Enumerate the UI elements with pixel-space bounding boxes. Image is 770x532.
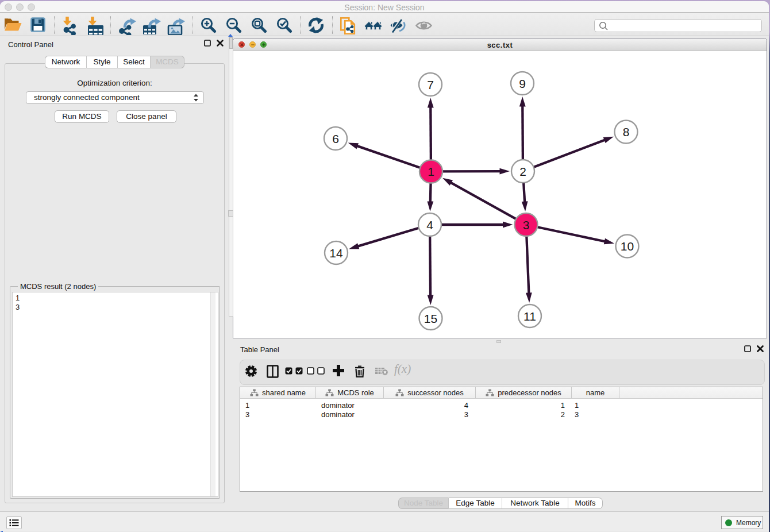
svg-text:15: 15 — [424, 312, 437, 325]
svg-text:9: 9 — [519, 77, 526, 90]
svg-text:14: 14 — [329, 246, 343, 260]
svg-text:8: 8 — [623, 125, 630, 138]
svg-text:11: 11 — [523, 310, 536, 323]
svg-text:4: 4 — [426, 218, 433, 232]
svg-text:1: 1 — [428, 165, 434, 178]
svg-text:2: 2 — [519, 165, 526, 178]
svg-text:3: 3 — [523, 218, 530, 232]
svg-text:7: 7 — [427, 78, 434, 91]
svg-text:6: 6 — [332, 132, 339, 145]
svg-text:10: 10 — [621, 240, 634, 253]
